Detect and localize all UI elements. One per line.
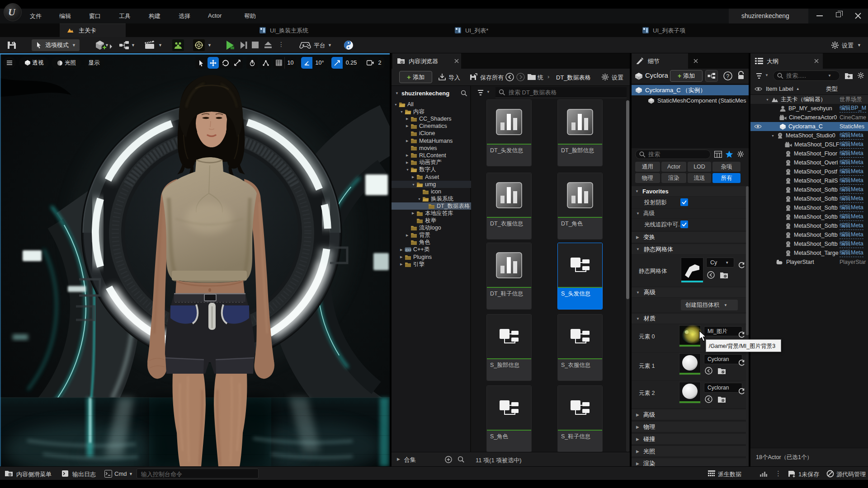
svg-text:C++: C++ xyxy=(406,249,411,252)
svg-text:?: ? xyxy=(726,73,730,80)
